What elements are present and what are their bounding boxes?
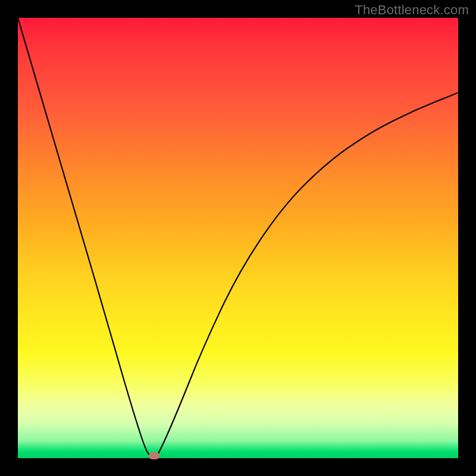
watermark-label: TheBottleneck.com	[355, 2, 469, 18]
plot-area	[18, 18, 458, 458]
optimal-point-marker	[149, 452, 159, 459]
curve-svg	[18, 18, 458, 458]
bottleneck-curve	[18, 18, 458, 458]
chart-frame: TheBottleneck.com	[0, 0, 476, 476]
